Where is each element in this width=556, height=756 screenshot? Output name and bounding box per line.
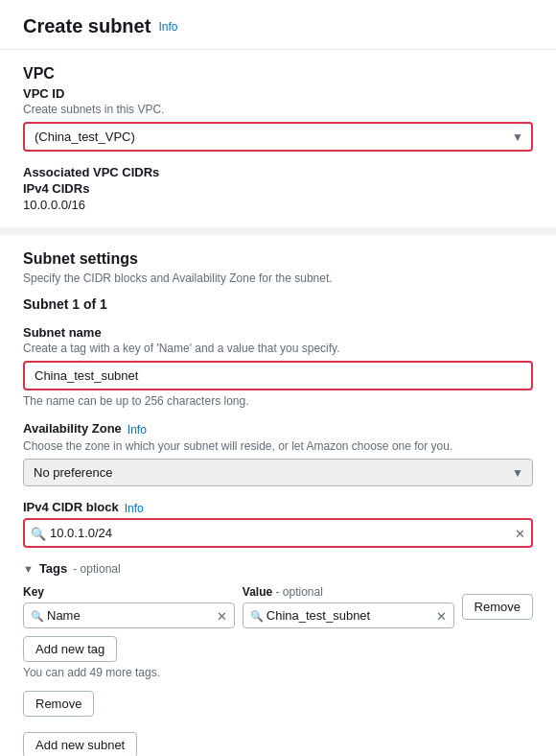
availability-zone-label: Availability Zone xyxy=(23,421,122,436)
remove-subnet-area: Remove xyxy=(23,691,533,717)
tag-value-clear-icon[interactable]: ✕ xyxy=(436,608,447,623)
subnet-card: Subnet 1 of 1 Subnet name Create a tag w… xyxy=(23,296,533,756)
subnet-settings-title: Subnet settings xyxy=(23,250,533,268)
tags-row: Key 🔍 ✕ Value - optional 🔍 xyxy=(23,585,533,628)
section-divider xyxy=(0,227,556,235)
tags-optional-label: - optional xyxy=(73,562,120,576)
add-tag-area: Add new tag You can add 49 more tags. xyxy=(23,636,533,679)
tags-chevron-icon: ▼ xyxy=(23,563,34,575)
tag-key-input[interactable] xyxy=(23,602,235,628)
subnet-name-hint: The name can be up to 256 characters lon… xyxy=(23,394,533,408)
associated-cidrs-label: Associated VPC CIDRs xyxy=(23,165,533,179)
vpc-id-select[interactable]: (China_test_VPC) xyxy=(23,122,533,152)
tag-key-input-wrapper: 🔍 ✕ xyxy=(23,602,235,628)
ipv4-cidr-input[interactable] xyxy=(23,518,533,548)
vpc-section-title: VPC xyxy=(23,65,533,83)
subnet-settings-section: Subnet settings Specify the CIDR blocks … xyxy=(0,235,556,756)
subnet-name-label: Subnet name xyxy=(23,325,533,340)
page-header: Create subnet Info xyxy=(0,0,556,50)
page-info-link[interactable]: Info xyxy=(158,20,177,34)
tag-value-input-wrapper: 🔍 ✕ xyxy=(243,602,454,628)
subnet-name-input[interactable] xyxy=(23,361,533,390)
ipv4-cidr-field: IPv4 CIDR block Info 🔍 ✕ xyxy=(23,500,533,548)
availability-zone-label-row: Availability Zone Info xyxy=(23,421,533,437)
availability-zone-field: Availability Zone Info Choose the zone i… xyxy=(23,421,533,486)
ipv4-cidr-input-wrapper: 🔍 ✕ xyxy=(23,518,533,548)
availability-zone-info-link[interactable]: Info xyxy=(127,423,147,437)
subnet-header: Subnet 1 of 1 xyxy=(23,296,533,312)
tag-value-col: Value - optional 🔍 ✕ xyxy=(243,585,454,628)
page-title: Create subnet xyxy=(23,15,151,37)
tag-remove-col: Remove xyxy=(462,594,533,621)
search-icon: 🔍 xyxy=(31,526,46,540)
vpc-id-label: VPC ID xyxy=(23,86,533,101)
clear-icon[interactable]: ✕ xyxy=(515,526,525,540)
vpc-id-field: VPC ID Create subnets in this VPC. (Chin… xyxy=(23,86,533,152)
tags-header[interactable]: ▼ Tags - optional xyxy=(23,561,533,576)
subnet-name-description: Create a tag with a key of 'Name' and a … xyxy=(23,342,533,355)
tag-key-col-label: Key xyxy=(23,585,235,599)
tags-label: Tags xyxy=(39,561,67,576)
remove-subnet-button[interactable]: Remove xyxy=(23,691,94,717)
tag-value-col-label: Value - optional xyxy=(243,585,454,599)
ipv4-cidr-info-link[interactable]: Info xyxy=(125,502,144,515)
tag-value-input[interactable] xyxy=(243,602,454,628)
ipv4-cidr-label: IPv4 CIDR block xyxy=(23,500,119,514)
availability-zone-description: Choose the zone in which your subnet wil… xyxy=(23,439,533,453)
subnet-name-field: Subnet name Create a tag with a key of '… xyxy=(23,325,533,408)
vpc-id-description: Create subnets in this VPC. xyxy=(23,103,533,116)
subnet-settings-subtitle: Specify the CIDR blocks and Availability… xyxy=(23,272,533,285)
add-tag-hint: You can add 49 more tags. xyxy=(23,666,533,679)
tag-key-col: Key 🔍 ✕ xyxy=(23,585,235,628)
associated-cidrs: Associated VPC CIDRs IPv4 CIDRs 10.0.0.0… xyxy=(23,165,533,212)
add-subnet-button[interactable]: Add new subnet xyxy=(23,732,137,756)
tag-key-clear-icon[interactable]: ✕ xyxy=(217,608,227,623)
vpc-section: VPC VPC ID Create subnets in this VPC. (… xyxy=(0,50,556,227)
add-tag-button[interactable]: Add new tag xyxy=(23,636,117,662)
add-subnet-area: Add new subnet xyxy=(23,732,533,756)
availability-zone-select[interactable]: No preference xyxy=(23,459,533,486)
tag-value-search-icon: 🔍 xyxy=(250,609,264,622)
tags-section: ▼ Tags - optional Key 🔍 ✕ xyxy=(23,561,533,679)
tag-remove-button[interactable]: Remove xyxy=(462,594,533,620)
availability-zone-select-wrapper: No preference ▼ xyxy=(23,459,533,486)
ipv4-cidrs-value: 10.0.0.0/16 xyxy=(23,198,533,212)
ipv4-cidrs-label: IPv4 CIDRs xyxy=(23,181,533,196)
ipv4-cidr-label-row: IPv4 CIDR block Info xyxy=(23,500,533,516)
tag-key-search-icon: 🔍 xyxy=(31,609,44,622)
tag-value-optional-label: - optional xyxy=(276,585,323,599)
vpc-id-select-wrapper: (China_test_VPC) ▼ xyxy=(23,122,533,152)
